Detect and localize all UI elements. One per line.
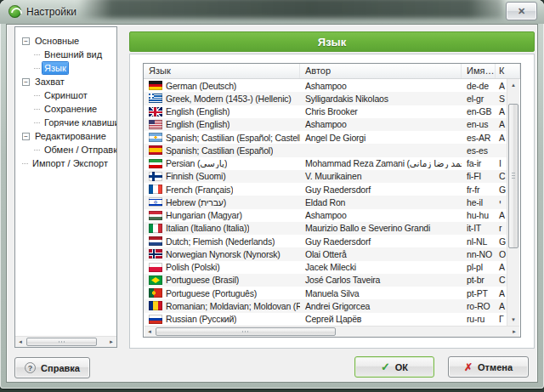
- author-cell: Jacek Milecki: [300, 262, 462, 272]
- scroll-right-icon[interactable]: ►: [509, 327, 519, 337]
- extra-cell: A: [496, 106, 507, 116]
- table-row[interactable]: Hungarian (Magyar)Ashampoohu-huA: [144, 209, 507, 222]
- collapse-toggle-icon[interactable]: −: [22, 133, 30, 140]
- sidebar-item[interactable]: Горячие клавиши: [15, 116, 116, 129]
- table-horizontal-scrollbar[interactable]: ◄ ►: [144, 326, 519, 337]
- author-cell: José Carlos Taveira: [300, 275, 462, 285]
- settings-tree-panel: −ОсновныеВнешний видЯзык−ЗахватСкриншотС…: [14, 26, 117, 348]
- sidebar-item[interactable]: −Захват: [15, 75, 116, 88]
- tree-horizontal-scrollbar[interactable]: ◄ ►: [15, 336, 116, 347]
- sidebar-item-label: Внешний вид: [42, 48, 104, 60]
- sidebar-item[interactable]: Сохранение: [15, 102, 116, 116]
- collapse-toggle-icon[interactable]: −: [22, 78, 30, 86]
- language-cell: Portuguese (Português): [144, 288, 300, 298]
- language-name: Hungarian (Magyar): [166, 210, 242, 220]
- sidebar-item[interactable]: Импорт / Экспорт: [15, 156, 116, 170]
- table-row[interactable]: Portuguese (Português)Manuela Silvapt-PT…: [144, 287, 507, 299]
- sidebar-item-label: Скриншот: [42, 89, 89, 101]
- extra-cell: A: [496, 119, 507, 129]
- table-row[interactable]: Hebrew (עברית)Eldad Ronhe-ilי: [144, 196, 507, 208]
- locale-code-cell: fi-FI: [462, 171, 496, 181]
- table-row[interactable]: Persian (پارسی)Mohammad Reza Zamani (محم…: [144, 157, 507, 170]
- sidebar-item[interactable]: Внешний вид: [15, 48, 116, 61]
- cancel-button[interactable]: ✗ Отмена: [448, 356, 529, 378]
- author-cell: Ashampoo: [300, 119, 462, 129]
- sidebar-item[interactable]: Скриншот: [15, 88, 116, 102]
- flag-nl-icon: [149, 236, 162, 246]
- sidebar-item[interactable]: Язык: [15, 61, 116, 75]
- table-row[interactable]: Finnish (Suomi)V. Muurikainenfi-FIC: [144, 170, 507, 183]
- language-name: English (English): [166, 106, 230, 116]
- flag-fi-icon: [149, 172, 162, 181]
- sidebar-item[interactable]: −Основные: [15, 34, 116, 48]
- column-header-name[interactable]: Имя…: [462, 64, 496, 78]
- flag-br-icon: [149, 276, 162, 285]
- table-row[interactable]: Portuguese (Brasil)José Carlos Taveirapt…: [144, 274, 507, 287]
- table-row[interactable]: Norwegian Nynorsk (Nynorsk)Olai Otterånn…: [144, 247, 507, 260]
- table-row[interactable]: English (English)Chris Brookeren-GBA: [144, 105, 507, 118]
- locale-code-cell: ro-RO: [462, 301, 496, 311]
- locale-code-cell: el-gr: [462, 94, 496, 104]
- scroll-left-icon[interactable]: ◄: [144, 327, 155, 337]
- close-button[interactable]: ✕: [506, 2, 537, 20]
- language-cell: German (Deutsch): [144, 81, 300, 91]
- table-row[interactable]: Spanish; Castilian (Español; Castellano)…: [144, 131, 507, 144]
- settings-window: Настройки ✕ −ОсновныеВнешний видЯзык−Зах…: [0, 0, 544, 389]
- dialog-body: −ОсновныеВнешний видЯзык−ЗахватСкриншотС…: [6, 24, 538, 383]
- column-header-author[interactable]: Автор: [300, 64, 462, 78]
- table-row[interactable]: Polish (Polski)Jacek Mileckipl-plA: [144, 261, 507, 274]
- flag-fr-icon: [149, 185, 162, 194]
- ok-button[interactable]: ✓ ОК: [354, 356, 434, 378]
- locale-code-cell: pl-pl: [462, 262, 496, 272]
- table-row[interactable]: Russian (Русский)Сергей Царёвru-ruГ: [144, 313, 507, 326]
- language-cell: English (English): [144, 106, 300, 116]
- table-row[interactable]: Dutch; Flemish (Nederlands)Guy Raedersdo…: [144, 235, 507, 247]
- scroll-right-icon[interactable]: ►: [106, 337, 116, 347]
- flag-it-icon: [149, 224, 162, 233]
- language-name: Russian (Русский): [166, 314, 236, 324]
- table-row[interactable]: English (English)Ashampooen-usA: [144, 118, 507, 131]
- language-cell: Hebrew (עברית): [144, 197, 300, 207]
- extra-cell: A: [496, 210, 507, 220]
- locale-code-cell: it-IT: [462, 223, 496, 233]
- scroll-left-icon[interactable]: ◄: [15, 337, 26, 347]
- locale-code-cell: pt-br: [462, 275, 496, 285]
- extra-cell: C: [496, 275, 507, 285]
- tree-scrollbar-thumb[interactable]: [26, 338, 97, 346]
- table-row[interactable]: Italian (Italiano (Italia))Maurizio Ball…: [144, 222, 507, 235]
- ok-button-label: ОК: [395, 362, 408, 372]
- language-name: Hebrew (עברית): [166, 197, 226, 207]
- table-row[interactable]: Greek, Modern (1453-) (Hellenic)Sylligar…: [144, 92, 507, 105]
- table-row[interactable]: French (Français)Guy Raedersdorffr-frG: [144, 183, 507, 196]
- tree-connector: [34, 122, 40, 123]
- locale-code-cell: he-il: [462, 197, 496, 207]
- table-row[interactable]: Romanian; Moldavian; Moldovan (Română)An…: [144, 299, 507, 312]
- tree-connector: [34, 150, 40, 151]
- table-vertical-scrollbar[interactable]: ▲ ▼: [507, 79, 519, 326]
- scroll-down-icon[interactable]: ▼: [507, 314, 519, 326]
- collapse-toggle-icon[interactable]: −: [22, 37, 30, 45]
- scroll-up-icon[interactable]: ▲: [507, 79, 519, 91]
- table-row[interactable]: Spanish; Castilian (Español)es-es: [144, 144, 507, 156]
- section-header: Язык: [129, 31, 535, 52]
- language-cell: Persian (پارسی): [144, 158, 300, 168]
- flag-no-icon: [149, 249, 162, 258]
- help-button-label: Справка: [41, 363, 80, 373]
- titlebar[interactable]: Настройки ✕: [0, 0, 544, 24]
- sidebar-item[interactable]: Обмен / Отправка: [15, 143, 116, 156]
- locale-code-cell: de-de: [462, 81, 496, 91]
- table-header-row: Язык Автор Имя… К: [144, 64, 520, 79]
- language-cell: Spanish; Castilian (Español): [144, 145, 300, 156]
- column-header-extra[interactable]: К: [496, 64, 520, 78]
- table-vscroll-thumb[interactable]: [508, 104, 518, 248]
- language-cell: Polish (Polski): [144, 262, 300, 272]
- extra-cell: G: [496, 236, 507, 247]
- help-button[interactable]: ? Справка: [14, 357, 90, 378]
- sidebar-item[interactable]: −Редактирование: [15, 129, 116, 143]
- extra-cell: A: [496, 81, 507, 91]
- table-hscroll-thumb[interactable]: [156, 327, 336, 336]
- table-row[interactable]: German (Deutsch)Ashampoode-deA: [144, 79, 507, 92]
- column-header-language[interactable]: Язык: [144, 64, 300, 78]
- flag-de-icon: [149, 81, 162, 90]
- language-name: Romanian; Moldavian; Moldovan (Română): [166, 301, 300, 311]
